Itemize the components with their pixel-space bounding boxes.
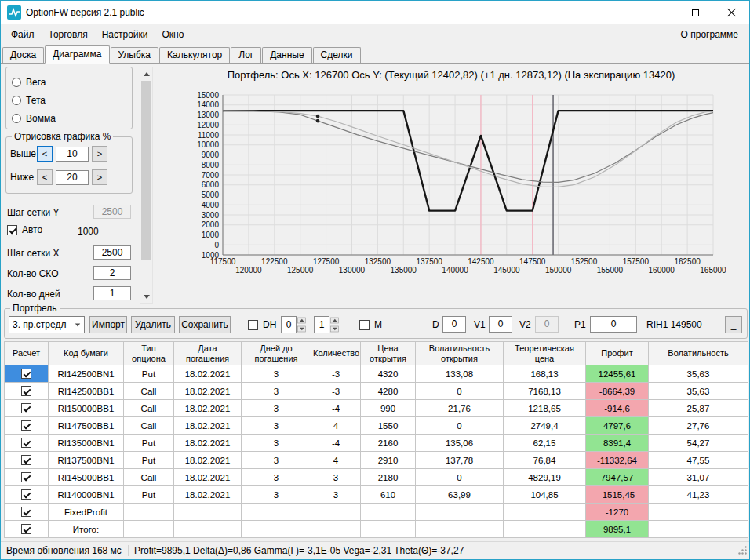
row-check-cell[interactable] xyxy=(5,435,49,452)
cell-profit[interactable]: 8391,4 xyxy=(586,435,649,452)
cell-qty[interactable]: 3 xyxy=(311,486,361,504)
dh-spinner-1[interactable]: 0 xyxy=(281,316,308,333)
row-checkbox[interactable] xyxy=(21,403,31,413)
cell-date[interactable]: 18.02.2021 xyxy=(174,452,242,469)
cell-profit[interactable]: 9895,1 xyxy=(586,521,649,538)
row-checkbox[interactable] xyxy=(21,472,31,482)
cell-date[interactable] xyxy=(174,521,242,538)
cell-type[interactable] xyxy=(124,521,174,538)
dh-checkbox[interactable] xyxy=(248,320,258,330)
cell-date[interactable]: 18.02.2021 xyxy=(174,469,242,486)
sko-count-input[interactable]: 2 xyxy=(93,266,131,280)
row-check-cell[interactable] xyxy=(5,486,49,504)
cell-days[interactable] xyxy=(242,504,311,521)
row-checkbox[interactable] xyxy=(21,438,31,448)
cell-vol[interactable]: 41,23 xyxy=(649,486,748,504)
minimize-button[interactable] xyxy=(641,1,677,24)
cell-open[interactable]: 1550 xyxy=(361,417,416,435)
cell-theo[interactable]: 4829,19 xyxy=(504,469,586,486)
dh-spinner-2-value[interactable]: 1 xyxy=(314,316,329,333)
cell-qty[interactable]: -4 xyxy=(311,400,361,417)
tab-Диаграмма[interactable]: Диаграмма xyxy=(45,45,109,64)
cell-profit[interactable]: 4797,6 xyxy=(586,417,649,435)
cell-open_vol[interactable]: 133,08 xyxy=(416,365,504,383)
cell-days[interactable]: 3 xyxy=(242,435,311,452)
cell-code[interactable]: RI135000BN1 xyxy=(49,435,124,452)
cell-qty[interactable] xyxy=(311,504,361,521)
cell-profit[interactable]: -1515,45 xyxy=(586,486,649,504)
close-button[interactable] xyxy=(713,1,749,24)
cell-days[interactable]: 3 xyxy=(242,417,311,435)
cell-days[interactable]: 3 xyxy=(242,452,311,469)
row-checkbox[interactable] xyxy=(21,386,31,396)
cell-type[interactable]: Call xyxy=(124,383,174,400)
dh-spinner-2[interactable]: 1 xyxy=(314,316,340,333)
grid-x-input[interactable]: 2500 xyxy=(93,245,131,260)
cell-open[interactable]: 990 xyxy=(361,400,416,417)
cell-open_vol[interactable]: 63,99 xyxy=(416,486,504,504)
cell-open[interactable]: 2180 xyxy=(361,469,416,486)
cell-theo[interactable] xyxy=(504,521,586,538)
cell-open[interactable]: 2160 xyxy=(361,435,416,452)
column-header[interactable]: Профит xyxy=(586,342,649,365)
cell-vol[interactable]: 25,87 xyxy=(649,400,748,417)
cell-type[interactable] xyxy=(124,504,174,521)
tab-Калькулятор[interactable]: Калькулятор xyxy=(159,47,230,63)
above-decrement-button[interactable]: < xyxy=(37,146,53,162)
column-header[interactable]: Тип опциона xyxy=(124,342,174,365)
cell-vol[interactable] xyxy=(649,504,748,521)
cell-code[interactable]: RI145000BB1 xyxy=(49,469,124,486)
tab-Сделки[interactable]: Сделки xyxy=(313,47,361,63)
cell-profit[interactable]: 7947,57 xyxy=(586,469,649,486)
import-button[interactable]: Импорт xyxy=(89,316,127,333)
cell-theo[interactable] xyxy=(504,504,586,521)
cell-open_vol[interactable]: 0 xyxy=(416,417,504,435)
cell-theo[interactable]: 168,13 xyxy=(504,365,586,383)
menu-item-3[interactable]: Настройки xyxy=(95,26,155,43)
row-check-cell[interactable] xyxy=(5,521,49,538)
cell-theo[interactable]: 2749,4 xyxy=(504,417,586,435)
cell-theo[interactable]: 1218,65 xyxy=(504,400,586,417)
column-header[interactable]: Дней до погашения xyxy=(242,342,311,365)
cell-type[interactable]: Call xyxy=(124,417,174,435)
column-header[interactable]: Дата погашения xyxy=(174,342,242,365)
cell-date[interactable] xyxy=(174,504,242,521)
row-checkbox[interactable] xyxy=(21,420,31,431)
column-header[interactable]: Цена открытия xyxy=(361,342,416,365)
dh-spinner-1-arrows[interactable] xyxy=(296,316,308,333)
cell-open[interactable]: 2910 xyxy=(361,452,416,469)
column-header[interactable]: Код бумаги xyxy=(49,342,124,365)
auto-checkbox[interactable] xyxy=(7,225,17,235)
cell-code[interactable]: RI140000BN1 xyxy=(49,486,124,504)
cell-date[interactable]: 18.02.2021 xyxy=(174,435,242,452)
cell-code[interactable]: RI147500BB1 xyxy=(49,417,124,435)
scroll-up-button[interactable] xyxy=(140,67,152,80)
cell-days[interactable]: 3 xyxy=(242,486,311,504)
menu-item-about[interactable]: О программе xyxy=(673,26,746,43)
row-checkbox[interactable] xyxy=(21,524,31,534)
cell-qty[interactable]: -4 xyxy=(311,435,361,452)
cell-days[interactable]: 3 xyxy=(242,365,311,383)
menu-item-2[interactable]: Торговля xyxy=(42,26,95,43)
cell-date[interactable]: 18.02.2021 xyxy=(174,365,242,383)
cell-type[interactable]: Put xyxy=(124,486,174,504)
cell-type[interactable]: Put xyxy=(124,452,174,469)
column-header[interactable]: Количество xyxy=(311,342,361,365)
dh-spinner-1-value[interactable]: 0 xyxy=(281,316,297,333)
cell-vol[interactable]: 47,55 xyxy=(649,452,748,469)
cell-code[interactable]: RI142500BN1 xyxy=(49,365,124,383)
row-check-cell[interactable] xyxy=(5,452,49,469)
row-checkbox[interactable] xyxy=(21,369,31,379)
dh-spinner-2-arrows[interactable] xyxy=(329,316,340,333)
above-increment-button[interactable]: > xyxy=(92,146,107,162)
cell-qty[interactable]: 4 xyxy=(311,452,361,469)
cell-open_vol[interactable] xyxy=(416,521,504,538)
below-percent-input[interactable]: 20 xyxy=(56,170,89,185)
row-checkbox[interactable] xyxy=(21,489,31,500)
row-checkbox[interactable] xyxy=(21,507,31,517)
cell-open[interactable]: 4320 xyxy=(361,365,416,383)
column-header[interactable]: Теоретическая цена xyxy=(504,342,586,365)
portfolio-select[interactable]: 3. пр.стредл xyxy=(9,316,85,333)
tab-Лог[interactable]: Лог xyxy=(231,47,261,63)
panel-scrollbar[interactable] xyxy=(140,67,153,304)
